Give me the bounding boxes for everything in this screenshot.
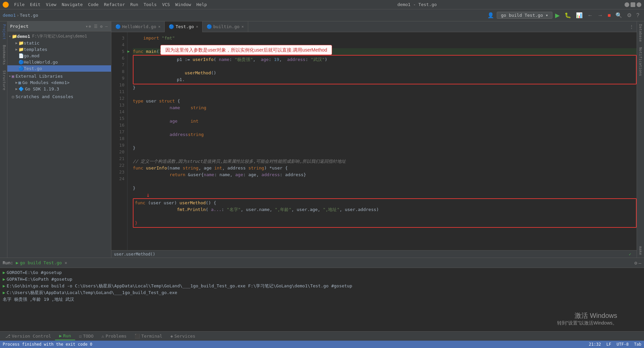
bottom-tab-problems[interactable]: ⚠ Problems xyxy=(98,332,130,340)
tree-root-demo1[interactable]: ▾ 📁 demo1 F:\学习笔记\GoLang\demo1 xyxy=(7,33,111,40)
menu-file[interactable]: File xyxy=(11,1,27,8)
bottom-tab-bar: ⎇ Version Control ▶ Run ☑ TODO ⚠ Problem… xyxy=(0,331,644,341)
menu-refactor[interactable]: Refactor xyxy=(101,1,128,8)
status-indent[interactable]: Tab xyxy=(634,342,641,347)
minimize-btn[interactable] xyxy=(625,2,629,7)
tab-close-helloworld[interactable]: ✕ xyxy=(158,24,161,29)
bottom-tab-vcs[interactable]: ⎇ Version Control xyxy=(1,332,55,340)
app-icon xyxy=(3,2,9,8)
tab-testgo[interactable]: 🔵 Test.go ✕ xyxy=(165,21,202,32)
sidebar-project-label[interactable]: Project xyxy=(0,21,7,42)
run-output: ▶ GOROOT=E:\Go #gosetup ▶ GOPATH=E:\GoPa… xyxy=(0,268,644,331)
file-icon-gomod: 📄 xyxy=(18,53,24,58)
menu-tools[interactable]: Tools xyxy=(141,1,159,8)
bottom-tab-services[interactable]: ◈ Services xyxy=(166,332,199,340)
code-line-10: type user struct { xyxy=(133,98,637,105)
forward-btn[interactable]: → xyxy=(595,11,605,20)
code-line-21: func (user user) userMethod() { xyxy=(135,200,635,206)
menu-view[interactable]: View xyxy=(43,1,59,8)
run-minimize-icon[interactable]: — xyxy=(639,260,641,266)
ext-lib-icon: ▣ xyxy=(12,74,14,79)
breadcrumb-file[interactable]: Test.go xyxy=(20,13,38,18)
maximize-btn[interactable] xyxy=(631,2,635,7)
right-panel-database[interactable]: Database xyxy=(638,21,643,45)
editor-tabs: 🔵 HelloWorld.go ✕ 🔵 Test.go ✕ 🔵 builtin.… xyxy=(111,21,637,32)
tree-gomodules[interactable]: ▶ ▦ Go Modules <demo1> xyxy=(7,79,111,86)
stop-btn[interactable]: ■ xyxy=(605,11,613,20)
panel-icon-group: ⊕ ☰ ⚙ — xyxy=(88,23,108,29)
window-title: demo1 - Test.go xyxy=(210,2,625,7)
code-line-22: fmt.Println( a...: "名字", user.name, ",年龄… xyxy=(135,206,635,220)
bottom-tab-todo[interactable]: ☑ TODO xyxy=(75,332,98,340)
tree-external-libs[interactable]: ▾ ▣ External Libraries xyxy=(7,73,111,79)
tab-close-testgo[interactable]: ✕ xyxy=(196,24,198,29)
tab-builtin[interactable]: 🔵 builtin.go ✕ xyxy=(203,21,248,32)
code-line-3: import "fmt" xyxy=(133,35,637,42)
run-btn[interactable]: ▶ xyxy=(553,10,562,20)
run-arrow-4: ▶ xyxy=(3,289,5,296)
settings-btn[interactable]: ⚙ xyxy=(625,11,634,20)
bottom-tab-run[interactable]: ▶ Run xyxy=(55,332,75,340)
tree-scratches[interactable]: ▶ ◎ Scratches and Consoles xyxy=(7,93,111,100)
breadcrumb-project[interactable]: demo1 xyxy=(3,13,16,18)
run-settings-icon[interactable]: ⚙ xyxy=(634,260,637,266)
panel-icon-3[interactable]: ⚙ xyxy=(100,23,103,29)
code-editor[interactable]: import "fmt" ▶ func main() { p1 := userI… xyxy=(127,32,637,250)
tree-gosdk[interactable]: ▶ 🔷 Go SDK 1.19.3 xyxy=(7,86,111,92)
tree-gomod[interactable]: ▶ 📄 go.mod xyxy=(7,53,111,59)
menu-help[interactable]: Help xyxy=(194,1,210,8)
menu-edit[interactable]: Edit xyxy=(27,1,43,8)
file-icon-helloworld: 🔵 xyxy=(18,60,24,65)
sidebar-structure-label[interactable]: Structure xyxy=(0,68,7,93)
editor-status-bar: user.userMethod() ✓ xyxy=(111,250,637,258)
run-tab-close[interactable]: ✕ xyxy=(64,260,67,265)
help-btn[interactable]: ? xyxy=(634,11,641,20)
debug-btn[interactable]: 🐛 xyxy=(562,11,573,20)
run-config-selector[interactable]: go build Test.go ▾ xyxy=(497,12,553,19)
tab-helloworld[interactable]: 🔵 HelloWorld.go ✕ xyxy=(111,21,165,32)
close-btn[interactable] xyxy=(637,2,641,7)
tree-static[interactable]: ▶ 📁 static xyxy=(7,40,111,46)
tree-testgo[interactable]: ▶ 🔵 Test.go xyxy=(7,65,111,72)
code-box-2: func (user user) userMethod() { fmt.Prin… xyxy=(133,198,637,228)
tree-templates[interactable]: ▶ 📁 templates xyxy=(7,46,111,53)
panel-icon-2[interactable]: ☰ xyxy=(93,23,98,29)
right-panel-notifications[interactable]: Notifications xyxy=(638,45,643,79)
menu-window[interactable]: Window xyxy=(173,1,194,8)
run-tab[interactable]: ▶ go build Test.go ✕ xyxy=(16,260,67,265)
left-sidebar-icons: Project Bookmarks Structure xyxy=(0,21,7,258)
menu-vcs[interactable]: VCS xyxy=(159,1,172,8)
run-arrow-2: ▶ xyxy=(3,276,5,283)
bottom-tab-terminal[interactable]: ⬛ Terminal xyxy=(130,332,166,340)
profile-btn[interactable]: 👤 xyxy=(485,11,496,20)
menu-navigate[interactable]: Navigate xyxy=(59,1,86,8)
right-panel-make[interactable]: make xyxy=(638,243,643,258)
search-everywhere-btn[interactable]: 🔍 xyxy=(613,11,624,20)
terminal-icon: ⬛ xyxy=(135,334,140,339)
gomodules-icon: ▦ xyxy=(18,80,21,85)
sidebar-bookmarks-label[interactable]: Bookmarks xyxy=(0,42,7,68)
folder-icon-templates: 📁 xyxy=(18,47,24,52)
tab-settings-icon[interactable]: ⋮ xyxy=(629,24,634,29)
menu-run[interactable]: Run xyxy=(128,1,141,8)
status-lf[interactable]: LF xyxy=(606,342,611,347)
run-gutter-icon[interactable]: ▶ xyxy=(127,48,130,55)
file-tree: ▾ 📁 demo1 F:\学习笔记\GoLang\demo1 ▶ 📁 stati… xyxy=(7,31,111,258)
tab-close-builtin[interactable]: ✕ xyxy=(241,24,244,29)
panel-dropdown-icon[interactable]: ▾ xyxy=(86,24,88,29)
menu-code[interactable]: Code xyxy=(86,1,101,8)
tab-icon-helloworld: 🔵 xyxy=(115,24,121,29)
panel-icon-1[interactable]: ⊕ xyxy=(88,23,92,29)
status-encoding[interactable]: UTF-8 xyxy=(616,342,629,347)
run-panel-header: Run: ▶ go build Test.go ✕ ⚙ — xyxy=(0,258,644,268)
panel-icon-4[interactable]: — xyxy=(105,23,108,29)
run-line-2: ▶ GOPATH=E:\GoPath #gosetup xyxy=(3,276,641,283)
run-tab-go-icon: ▶ xyxy=(16,260,18,265)
back-btn[interactable]: ← xyxy=(585,11,595,20)
services-icon: ◈ xyxy=(170,334,173,339)
line-numbers: 3 4 5 6 7 8 9 10 11 12 13 14 15 16 17 18… xyxy=(111,32,127,250)
coverage-btn[interactable]: 📊 xyxy=(574,11,585,20)
tree-helloworld[interactable]: ▶ 🔵 HelloWorld.go xyxy=(7,59,111,65)
status-line-col[interactable]: 21:32 xyxy=(589,342,601,347)
run-line-output: 名字 杨贵强 ,年龄 19 ,地址 武汉 xyxy=(3,296,641,303)
